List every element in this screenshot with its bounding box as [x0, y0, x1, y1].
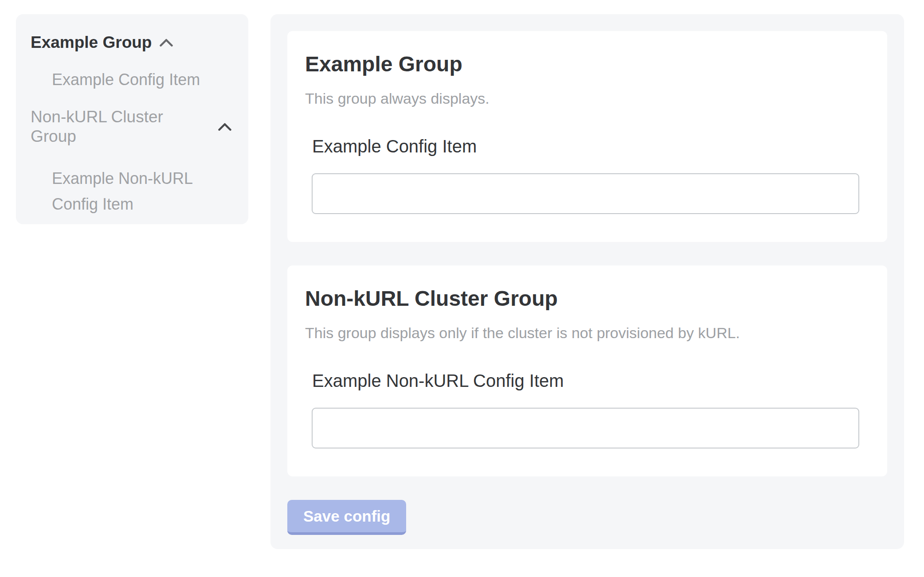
chevron-up-icon[interactable] [160, 39, 173, 47]
config-main-panel: Example Group This group always displays… [270, 14, 904, 549]
config-item-input-example-config-item[interactable] [312, 173, 859, 214]
config-group-card-non-kurl-cluster-group: Non-kURL Cluster Group This group displa… [287, 265, 887, 476]
nav-group-example-group[interactable]: Example Group [31, 33, 231, 52]
config-item-label: Example Config Item [312, 136, 858, 157]
config-group-card-example-group: Example Group This group always displays… [287, 31, 887, 242]
config-item-label: Example Non-kURL Config Item [312, 370, 858, 391]
config-nav-sidebar: Example Group Example Config Item Non-kU… [16, 14, 248, 224]
group-title: Example Group [305, 51, 858, 77]
nav-item-example-config-item[interactable]: Example Config Item [52, 67, 203, 93]
group-description: This group displays only if the cluster … [305, 323, 858, 343]
chevron-up-icon[interactable] [218, 123, 231, 131]
group-description: This group always displays. [305, 89, 858, 108]
group-title: Non-kURL Cluster Group [305, 286, 858, 312]
nav-group-label: Non-kURL Cluster Group [31, 107, 210, 146]
save-config-button[interactable]: Save config [287, 500, 406, 535]
config-item-input-example-non-kurl-config-item[interactable] [312, 408, 859, 448]
nav-group-non-kurl-cluster-group[interactable]: Non-kURL Cluster Group [31, 107, 231, 146]
nav-group-label: Example Group [31, 33, 152, 52]
nav-item-example-non-kurl-config-item[interactable]: Example Non-kURL Config Item [52, 166, 203, 217]
